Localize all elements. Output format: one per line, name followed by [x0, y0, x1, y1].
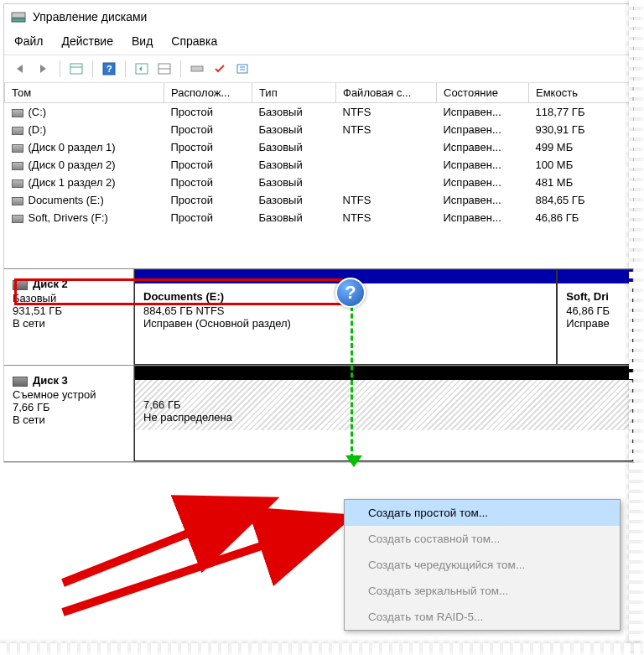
disk-3-size: 7,66 ГБ: [13, 401, 125, 413]
menu-file[interactable]: Файл: [14, 34, 43, 48]
help-button[interactable]: ?: [99, 59, 119, 79]
col-capacity[interactable]: Емкость: [529, 83, 633, 103]
table-row[interactable]: Documents (E:)ПростойБазовыйNTFSИсправен…: [5, 191, 633, 209]
volume-icon: [12, 162, 23, 170]
list-icon[interactable]: [154, 59, 174, 79]
titlebar: Управление дисками: [4, 4, 633, 29]
col-layout[interactable]: Располож...: [164, 83, 252, 103]
col-type[interactable]: Тип: [252, 83, 336, 103]
disk-3-label: Диск 3 Съемное устрой 7,66 ГБ В сети: [4, 366, 134, 461]
toolbar: ?: [4, 55, 633, 83]
volume-icon: [12, 144, 23, 153]
table-header-row: Том Располож... Тип Файловая с... Состоя…: [5, 83, 633, 103]
svg-rect-2: [70, 64, 82, 74]
table-row[interactable]: (C:)ПростойБазовыйNTFSИсправен...118,77 …: [5, 103, 633, 122]
context-menu: Создать простой том... Создать составной…: [344, 499, 621, 631]
check-icon[interactable]: [210, 59, 230, 79]
disk-2-vol-soft[interactable]: Soft, Dri 46,86 ГБ Исправе: [557, 269, 633, 365]
table-row[interactable]: (D:)ПростойБазовыйNTFSИсправен...930,91 …: [5, 121, 633, 138]
torn-edge-bottom: [0, 643, 644, 655]
volume-icon: [12, 197, 23, 205]
svg-line-13: [63, 503, 264, 583]
disk-3-status: В сети: [13, 413, 125, 426]
annotation-help-icon: ?: [335, 278, 366, 308]
disk-3-name: Диск 3: [13, 374, 125, 387]
menu-create-raid5-volume: Создать том RAID-5...: [345, 604, 620, 630]
volume-icon: [12, 109, 23, 117]
svg-text:?: ?: [106, 64, 112, 74]
svg-line-14: [63, 520, 340, 612]
disk-2-size: 931,51 ГБ: [13, 304, 125, 317]
menu-action[interactable]: Действие: [61, 34, 113, 48]
col-volume[interactable]: Том: [5, 83, 164, 103]
menu-create-mirror-volume: Создать зеркальный том...: [345, 578, 620, 604]
menubar: Файл Действие Вид Справка: [4, 29, 633, 55]
annotation-red-arrow-2: [55, 499, 356, 616]
col-fs[interactable]: Файловая с...: [336, 83, 437, 103]
annotation-green-arrow: [351, 306, 353, 459]
svg-rect-10: [237, 65, 247, 73]
properties-icon[interactable]: [232, 59, 252, 79]
table-row[interactable]: Soft, Drivers (F:)ПростойБазовыйNTFSИспр…: [5, 209, 633, 226]
volume-icon: [12, 127, 23, 135]
window-title: Управление дисками: [33, 10, 147, 23]
menu-create-spanned-volume: Создать составной том...: [345, 526, 620, 552]
annotation-red-box: [14, 278, 343, 305]
back-button[interactable]: [11, 59, 31, 79]
menu-help[interactable]: Справка: [171, 34, 217, 48]
svg-rect-0: [12, 13, 25, 18]
disk-3-unallocated[interactable]: 7,66 ГБ Не распределена: [134, 366, 633, 461]
volume-table[interactable]: Том Располож... Тип Файловая с... Состоя…: [4, 83, 633, 226]
disk-3-row[interactable]: Диск 3 Съемное устрой 7,66 ГБ В сети 7,6…: [4, 366, 633, 462]
forward-button[interactable]: [34, 59, 54, 79]
svg-rect-1: [12, 18, 25, 22]
col-status[interactable]: Состояние: [437, 83, 529, 103]
table-row[interactable]: (Диск 1 раздел 2)ПростойБазовыйИсправен.…: [5, 174, 633, 191]
volume-icon: [12, 215, 23, 223]
disk-management-window: Управление дисками Файл Действие Вид Спр…: [3, 3, 634, 463]
table-row[interactable]: (Диск 0 раздел 2)ПростойБазовыйИсправен.…: [5, 156, 633, 174]
svg-rect-9: [191, 66, 203, 71]
annotation-red-arrow-1: [55, 486, 298, 587]
disk-3-type: Съемное устрой: [13, 388, 125, 401]
menu-view[interactable]: Вид: [132, 34, 153, 48]
disk-2-status: В сети: [13, 317, 125, 330]
menu-create-striped-volume: Создать чередующийся том...: [345, 552, 620, 578]
settings-icon[interactable]: [187, 59, 207, 79]
app-icon: [11, 9, 26, 24]
torn-edge-right: [629, 0, 644, 655]
table-view-icon[interactable]: [66, 59, 86, 79]
table-row[interactable]: (Диск 0 раздел 1)ПростойБазовыйИсправен.…: [5, 138, 633, 156]
volume-icon: [12, 179, 23, 188]
menu-create-simple-volume[interactable]: Создать простой том...: [345, 500, 620, 526]
refresh-icon[interactable]: [132, 59, 152, 79]
